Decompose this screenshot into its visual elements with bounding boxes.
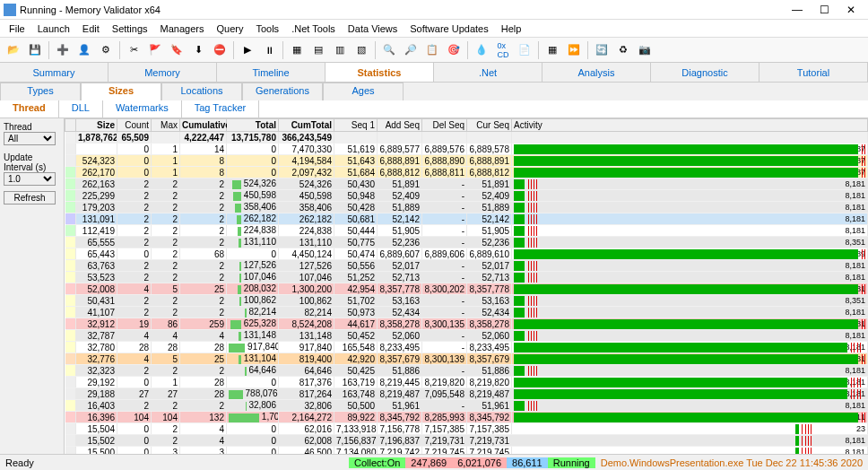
tool-gear-icon[interactable]: ⚙: [96, 40, 116, 60]
table-row[interactable]: 32,780282828 917,840917,840165,5488,233,…: [65, 342, 868, 353]
subtab2-watermarks[interactable]: Watermarks: [103, 100, 182, 118]
table-row[interactable]: 262,17001802,097,43251,6846,888,8126,888…: [65, 167, 868, 178]
status-collect: Collect:On: [349, 457, 405, 468]
tool-camera-icon[interactable]: 📷: [635, 40, 655, 60]
close-button[interactable]: ✕: [838, 4, 864, 16]
main-tabs: SummaryMemoryTimelineStatistics.NetAnaly…: [0, 63, 868, 83]
tab-analysis[interactable]: Analysis: [542, 63, 651, 82]
table-row[interactable]: 32,7764525 131,104819,40042,9208,357,679…: [65, 353, 868, 365]
tool-zoomout-icon[interactable]: 🔎: [401, 40, 421, 60]
table-row[interactable]: 41,107222 82,21482,21450,97352,434-52,43…: [65, 307, 868, 318]
tab-statistics[interactable]: Statistics: [326, 63, 434, 82]
toolbar: 📂 💾 ➕ 👤 ⚙ ✂ 🚩 🔖 ⬇ ⛔ ▶ ⏸ ▦ ▤ ▥ ▧ 🔍 🔎 📋 🎯 …: [0, 38, 868, 63]
table-row[interactable]: 50,431222 100,862100,86251,70253,163-53,…: [65, 295, 868, 307]
sub-tabs-2: ThreadDLLWatermarksTag Tracker: [0, 100, 868, 118]
table-row[interactable]: 16,403222 32,80632,80650,50051,961-51,96…: [65, 400, 868, 412]
table-row[interactable]: 16,396104104132 1,705,1842,164,27289,922…: [65, 412, 868, 423]
tool-box4-icon[interactable]: ▧: [352, 40, 371, 60]
tool-drop-icon[interactable]: 💧: [472, 40, 491, 60]
tool-zoom-icon[interactable]: 🔍: [379, 40, 399, 60]
status-bar: Ready Collect:On 247,869 6,021,076 86,61…: [0, 454, 868, 470]
menu-help[interactable]: Help: [496, 22, 527, 36]
tool-box2-icon[interactable]: ▤: [308, 40, 328, 60]
subtab-ages[interactable]: Ages: [323, 83, 404, 100]
minimize-button[interactable]: —: [784, 4, 811, 16]
tool-recycle-icon[interactable]: ♻: [613, 40, 633, 60]
menu-query[interactable]: Query: [211, 22, 248, 36]
tool-cut-icon[interactable]: ✂: [124, 40, 143, 60]
data-grid[interactable]: SizeCountMaxCumulativeTotalCumTotalSeq 1…: [65, 118, 868, 454]
tool-flag-icon[interactable]: 🚩: [145, 40, 165, 60]
tab-timeline[interactable]: Timeline: [217, 63, 326, 82]
tool-save-icon[interactable]: 💾: [25, 40, 45, 60]
tab-memory[interactable]: Memory: [108, 63, 217, 82]
table-row[interactable]: 262,163222 524,326524,32650,43051,891-51…: [65, 178, 868, 190]
tool-list-icon[interactable]: 📋: [422, 40, 442, 60]
table-row[interactable]: 15,502024062,0087,156,8377,196,8377,219,…: [65, 435, 868, 447]
tool-box1-icon[interactable]: ▦: [287, 40, 307, 60]
table-row[interactable]: 225,299222 450,598450,59850,94852,409-52…: [65, 190, 868, 202]
subtab-locations[interactable]: Locations: [161, 83, 242, 100]
menu-bar: FileLaunchEditSettingsManagersQueryTools…: [0, 20, 868, 38]
maximize-button[interactable]: ☐: [811, 4, 838, 16]
menu-nettools[interactable]: .Net Tools: [286, 22, 341, 36]
table-row[interactable]: 011407,470,33051,6196,889,5776,889,5766,…: [65, 144, 868, 155]
table-row[interactable]: 52,0084525 208,0321,300,20042,9548,357,7…: [65, 283, 868, 295]
menu-managers[interactable]: Managers: [155, 22, 210, 36]
tool-stop-icon[interactable]: ⛔: [210, 40, 230, 60]
status-v3: 86,611: [507, 457, 548, 468]
interval-select[interactable]: 1.0: [4, 172, 56, 186]
table-row[interactable]: 179,203222 358,406358,40650,42851,889-51…: [65, 202, 868, 213]
tool-refresh-icon[interactable]: 🔄: [592, 40, 612, 60]
tool-pause-icon[interactable]: ⏸: [259, 40, 279, 60]
tool-next-icon[interactable]: ⏩: [564, 40, 584, 60]
tool-user-icon[interactable]: 👤: [74, 40, 94, 60]
table-row[interactable]: 131,091222 262,182262,18250,68152,142-52…: [65, 213, 868, 225]
thread-select[interactable]: All: [4, 132, 56, 145]
table-row[interactable]: 29,188272728 788,076817,264163,7488,219,…: [65, 388, 868, 400]
table-row[interactable]: 32,9121986259 625,3288,524,20844,6178,35…: [65, 318, 868, 330]
tool-box3-icon[interactable]: ▥: [330, 40, 350, 60]
tool-0xcd-icon[interactable]: 0xCD: [493, 40, 513, 60]
menu-settings[interactable]: Settings: [107, 22, 153, 36]
table-row[interactable]: 32,787444 131,148131,14850,45252,060-52,…: [65, 330, 868, 342]
tab-diagnostic[interactable]: Diagnostic: [651, 63, 760, 82]
menu-launch[interactable]: Launch: [32, 22, 75, 36]
table-row[interactable]: 15,504024062,0167,133,9187,156,7787,157,…: [65, 423, 868, 435]
tool-add-icon[interactable]: ➕: [53, 40, 73, 60]
left-panel: Thread All Update Interval (s) 1.0 Refre…: [0, 118, 65, 454]
menu-tools[interactable]: Tools: [250, 22, 284, 36]
thread-label: Thread: [4, 122, 60, 132]
table-row[interactable]: 15,500033046,5007,134,0807,219,7427,219,…: [65, 447, 868, 455]
refresh-button[interactable]: Refresh: [4, 191, 56, 205]
subtab-generations[interactable]: Generations: [242, 83, 323, 100]
menu-dataviews[interactable]: Data Views: [343, 22, 403, 36]
table-row[interactable]: 112,419222 224,838224,83850,44451,905-51…: [65, 225, 868, 237]
window-title: Running - Memory Validator x64: [20, 4, 784, 15]
table-row[interactable]: 53,523222 107,046107,04651,25252,713-52,…: [65, 272, 868, 283]
table-row[interactable]: 63,763222 127,526127,52650,55652,017-52,…: [65, 260, 868, 272]
tab-tutorial[interactable]: Tutorial: [760, 63, 868, 82]
subtab2-dll[interactable]: DLL: [59, 100, 103, 118]
subtab-types[interactable]: Types: [0, 83, 81, 100]
tool-bookmark-icon[interactable]: 🔖: [167, 40, 187, 60]
table-row[interactable]: 65,555222 131,110131,11050,77552,236-52,…: [65, 237, 868, 248]
menu-softwareupdates[interactable]: Software Updates: [404, 22, 493, 36]
tool-down-icon[interactable]: ⬇: [188, 40, 208, 60]
table-row[interactable]: 32,323222 64,64664,64650,42551,886-51,88…: [65, 365, 868, 377]
table-row[interactable]: 65,443026804,450,12450,4746,889,6076,889…: [65, 248, 868, 260]
table-row[interactable]: 29,19201280817,376163,7198,219,4458,219,…: [65, 377, 868, 388]
menu-edit[interactable]: Edit: [77, 22, 105, 36]
tab-summary[interactable]: Summary: [0, 63, 108, 82]
tool-play-icon[interactable]: ▶: [238, 40, 257, 60]
subtab-sizes[interactable]: Sizes: [81, 83, 161, 100]
tab-net[interactable]: .Net: [434, 63, 542, 82]
tool-target-icon[interactable]: 🎯: [444, 40, 464, 60]
table-row[interactable]: 524,32301804,194,58451,6436,888,8916,888…: [65, 155, 868, 167]
tool-open-icon[interactable]: 📂: [4, 40, 23, 60]
subtab2-thread[interactable]: Thread: [0, 100, 59, 118]
tool-page-icon[interactable]: 📄: [515, 40, 534, 60]
tool-grid-icon[interactable]: ▦: [542, 40, 562, 60]
subtab2-tagtracker[interactable]: Tag Tracker: [182, 100, 259, 118]
menu-file[interactable]: File: [4, 22, 30, 36]
